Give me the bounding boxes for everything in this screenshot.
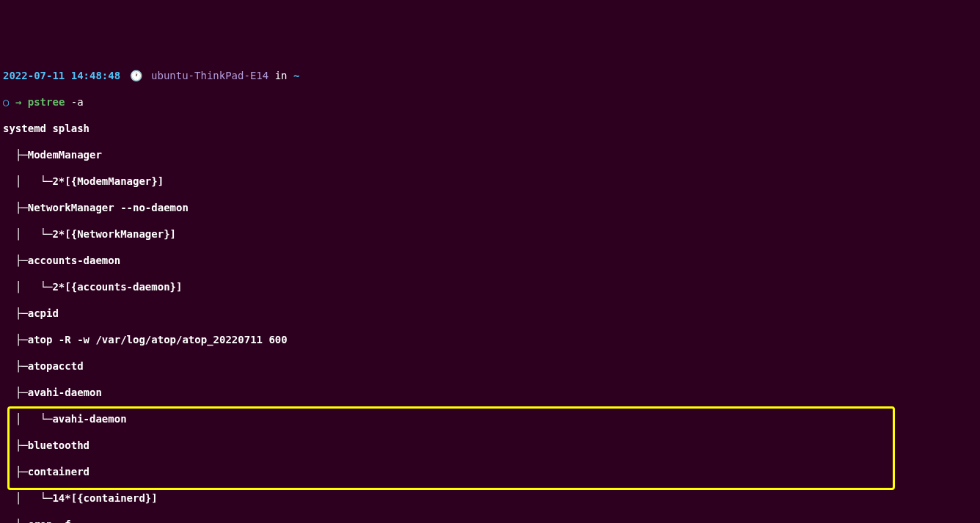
tree-line: │ └─14*[{containerd}] bbox=[3, 491, 977, 505]
tree-line: ├─ModemManager bbox=[3, 148, 977, 161]
tree-line: ├─atopacctd bbox=[3, 359, 977, 373]
tree-line: ├─NetworkManager --no-daemon bbox=[3, 201, 977, 214]
prompt-arrow: → bbox=[15, 96, 21, 108]
terminal-output[interactable]: 2022-07-11 14:48:48 🕐 ubuntu-ThinkPad-E1… bbox=[3, 56, 977, 523]
command: pstree bbox=[28, 96, 65, 108]
tree-line: │ └─avahi-daemon bbox=[3, 412, 977, 425]
tree-line: ├─accounts-daemon bbox=[3, 254, 977, 267]
timestamp: 2022-07-11 14:48:48 bbox=[3, 70, 120, 81]
prompt-line-2: ○ → pstree -a bbox=[3, 95, 977, 109]
path: ~ bbox=[293, 70, 299, 81]
command-args: -a bbox=[71, 96, 84, 108]
clock-icon: 🕐 bbox=[130, 70, 142, 81]
tree-line: ├─avahi-daemon bbox=[3, 386, 977, 399]
tree-root: systemd splash bbox=[3, 122, 977, 135]
hostname: ubuntu-ThinkPad-E14 bbox=[151, 70, 268, 81]
tree-line: │ └─2*[{NetworkManager}] bbox=[3, 227, 977, 241]
in-text: in bbox=[275, 70, 288, 81]
tree-line: ├─containerd bbox=[3, 465, 977, 478]
tree-line: ├─atop -R -w /var/log/atop/atop_20220711… bbox=[3, 333, 977, 346]
prompt-circle: ○ bbox=[3, 96, 9, 108]
tree-line: │ └─2*[{accounts-daemon}] bbox=[3, 280, 977, 293]
tree-line: │ └─2*[{ModemManager}] bbox=[3, 175, 977, 188]
tree-line: ├─bluetoothd bbox=[3, 439, 977, 452]
prompt-line-1: 2022-07-11 14:48:48 🕐 ubuntu-ThinkPad-E1… bbox=[3, 69, 977, 82]
tree-line: ├─cron -f bbox=[3, 518, 977, 523]
tree-line: ├─acpid bbox=[3, 307, 977, 320]
